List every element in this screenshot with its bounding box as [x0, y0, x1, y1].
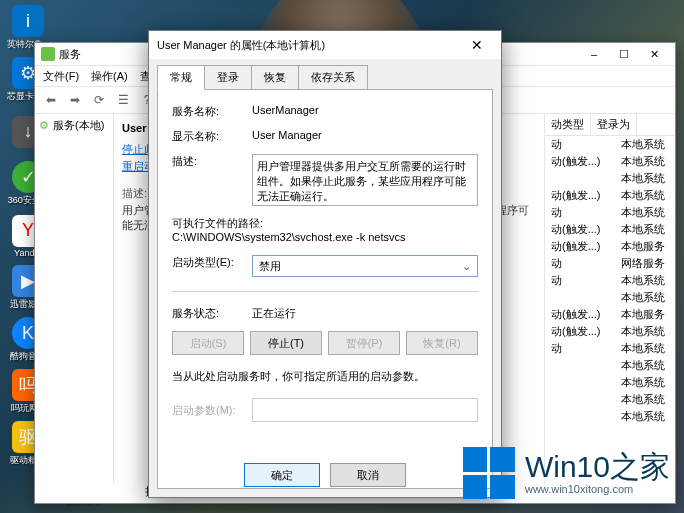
table-row[interactable]: 动(触发...)本地服务 — [545, 238, 675, 255]
table-row[interactable]: 本地系统 — [545, 289, 675, 306]
startup-type-value: 禁用 — [259, 259, 281, 274]
table-row[interactable]: 动本地系统 — [545, 204, 675, 221]
cell-logon-as: 本地系统 — [615, 358, 675, 373]
cell-startup-type: 动(触发...) — [545, 324, 615, 339]
table-row[interactable]: 动本地系统 — [545, 136, 675, 153]
back-button[interactable]: ⬅ — [41, 90, 61, 110]
cell-logon-as: 本地系统 — [615, 324, 675, 339]
services-rows: 动本地系统动(触发...)本地系统本地系统动(触发...)本地系统动本地系统动(… — [545, 136, 675, 425]
table-row[interactable]: 本地系统 — [545, 170, 675, 187]
table-row[interactable]: 动(触发...)本地系统 — [545, 153, 675, 170]
cell-logon-as: 本地系统 — [615, 341, 675, 356]
cell-startup-type: 动(触发...) — [545, 222, 615, 237]
startup-params-note: 当从此处启动服务时，你可指定所适用的启动参数。 — [172, 369, 478, 384]
close-button[interactable]: ✕ — [639, 44, 669, 64]
cell-logon-as: 本地系统 — [615, 188, 675, 203]
table-row[interactable]: 动(触发...)本地系统 — [545, 187, 675, 204]
properties-dialog: User Manager 的属性(本地计算机) ✕ 常规登录恢复依存关系 服务名… — [148, 30, 502, 498]
cell-logon-as: 本地系统 — [615, 205, 675, 220]
display-name-value: User Manager — [252, 129, 478, 141]
tab-3[interactable]: 依存关系 — [298, 65, 368, 90]
executable-path-value: C:\WINDOWS\system32\svchost.exe -k netsv… — [172, 231, 478, 243]
services-left-pane: ⚙ 服务(本地) — [35, 114, 114, 484]
cell-logon-as: 本地系统 — [615, 222, 675, 237]
cell-startup-type — [545, 290, 615, 305]
table-row[interactable]: 本地系统 — [545, 374, 675, 391]
app-icon: i — [12, 5, 44, 37]
table-row[interactable]: 动本地系统 — [545, 272, 675, 289]
stop-button[interactable]: 停止(T) — [250, 331, 322, 355]
ok-button[interactable]: 确定 — [244, 463, 320, 487]
gear-icon: ⚙ — [39, 119, 49, 132]
startup-type-label: 启动类型(E): — [172, 255, 252, 270]
table-row[interactable]: 动(触发...)本地服务 — [545, 306, 675, 323]
service-name-label: 服务名称: — [172, 104, 252, 119]
cell-logon-as: 本地系统 — [615, 154, 675, 169]
table-row[interactable]: 动本地系统 — [545, 340, 675, 357]
dialog-close-button[interactable]: ✕ — [461, 33, 493, 57]
tab-1[interactable]: 登录 — [204, 65, 252, 90]
watermark-url: www.win10xitong.com — [525, 483, 670, 495]
table-row[interactable]: 动网络服务 — [545, 255, 675, 272]
tab-panel-general: 服务名称: UserManager 显示名称: User Manager 描述:… — [157, 89, 493, 489]
dialog-titlebar[interactable]: User Manager 的属性(本地计算机) ✕ — [149, 31, 501, 59]
menu-item[interactable]: 文件(F) — [41, 69, 81, 84]
minimize-button[interactable]: – — [579, 44, 609, 64]
cell-startup-type: 动 — [545, 137, 615, 152]
column-startup-type[interactable]: 动类型 — [545, 114, 591, 135]
cancel-button[interactable]: 取消 — [330, 463, 406, 487]
menu-item[interactable]: 操作(A) — [89, 69, 130, 84]
service-name-value: UserManager — [252, 104, 478, 116]
cell-startup-type: 动 — [545, 256, 615, 271]
startup-type-select[interactable]: 禁用 — [252, 255, 478, 277]
cell-startup-type — [545, 375, 615, 390]
startup-params-input — [252, 398, 478, 422]
tab-2[interactable]: 恢复 — [251, 65, 299, 90]
start-button: 启动(S) — [172, 331, 244, 355]
service-control-buttons: 启动(S) 停止(T) 暂停(P) 恢复(R) — [172, 331, 478, 355]
cell-startup-type — [545, 409, 615, 424]
table-row[interactable]: 本地系统 — [545, 357, 675, 374]
services-tree-root[interactable]: ⚙ 服务(本地) — [39, 118, 109, 133]
service-status-value: 正在运行 — [252, 306, 478, 321]
cell-startup-type — [545, 392, 615, 407]
dialog-footer: 确定 取消 — [149, 463, 501, 487]
window-controls: – ☐ ✕ — [579, 44, 669, 64]
cell-logon-as: 本地服务 — [615, 307, 675, 322]
column-logon-as[interactable]: 登录为 — [591, 114, 637, 135]
cell-logon-as: 本地系统 — [615, 375, 675, 390]
services-icon — [41, 47, 55, 61]
cell-logon-as: 本地系统 — [615, 273, 675, 288]
table-row[interactable]: 动(触发...)本地系统 — [545, 323, 675, 340]
dialog-description-box[interactable]: 用户管理器提供多用户交互所需要的运行时组件。如果停止此服务，某些应用程序可能无法… — [252, 154, 478, 206]
cell-startup-type: 动(触发...) — [545, 307, 615, 322]
maximize-button[interactable]: ☐ — [609, 44, 639, 64]
cell-startup-type — [545, 358, 615, 373]
table-row[interactable]: 本地系统 — [545, 408, 675, 425]
watermark-text: Win10之家 www.win10xitong.com — [525, 450, 670, 495]
dialog-tabs: 常规登录恢复依存关系 — [157, 65, 493, 90]
dialog-title: User Manager 的属性(本地计算机) — [157, 38, 325, 53]
tab-0[interactable]: 常规 — [157, 65, 205, 90]
refresh-icon[interactable]: ⟳ — [89, 90, 109, 110]
watermark: Win10之家 www.win10xitong.com — [463, 447, 670, 499]
display-name-label: 显示名称: — [172, 129, 252, 144]
services-list-headers: 动类型 登录为 — [545, 114, 675, 136]
cell-startup-type: 动 — [545, 205, 615, 220]
services-list-pane: 动类型 登录为 动本地系统动(触发...)本地系统本地系统动(触发...)本地系… — [544, 114, 675, 484]
forward-button[interactable]: ➡ — [65, 90, 85, 110]
properties-icon[interactable]: ☰ — [113, 90, 133, 110]
services-tree-label: 服务(本地) — [53, 118, 104, 133]
table-row[interactable]: 动(触发...)本地系统 — [545, 221, 675, 238]
dialog-description-label: 描述: — [172, 154, 252, 169]
cell-logon-as: 本地系统 — [615, 409, 675, 424]
executable-path-label: 可执行文件的路径: — [172, 216, 478, 231]
pause-button: 暂停(P) — [328, 331, 400, 355]
services-title: 服务 — [59, 47, 81, 62]
watermark-title: Win10之家 — [525, 450, 670, 483]
resume-button: 恢复(R) — [406, 331, 478, 355]
cell-startup-type: 动(触发...) — [545, 154, 615, 169]
cell-logon-as: 本地系统 — [615, 171, 675, 186]
table-row[interactable]: 本地系统 — [545, 391, 675, 408]
startup-params-label: 启动参数(M): — [172, 403, 252, 418]
